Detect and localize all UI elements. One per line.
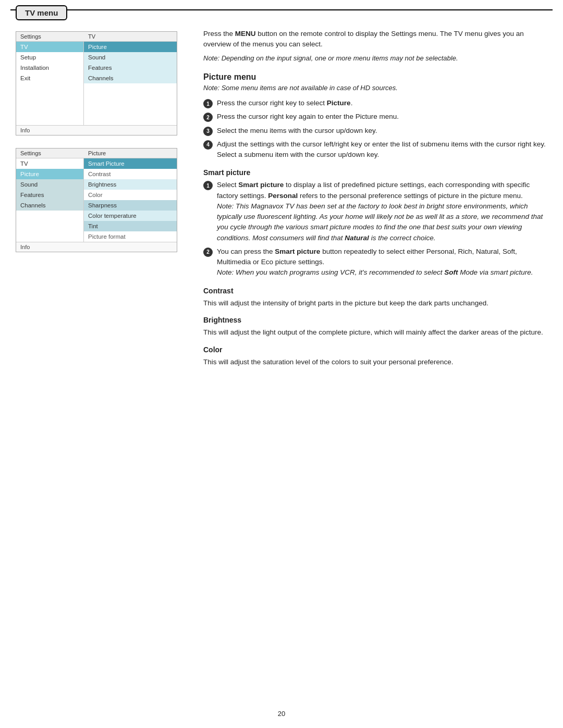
- menu1-left-empty2: [16, 94, 83, 104]
- brightness-title: Brightness: [203, 316, 547, 324]
- smart-step-1: 1 Select Smart picture to display a list…: [203, 180, 547, 243]
- menu1-header-col1: Settings: [20, 33, 88, 40]
- menu2-right-brightness: Brightness: [84, 179, 177, 190]
- step3-text: Select the menu items with the cursor up…: [217, 126, 377, 136]
- smart-picture-steps: 1 Select Smart picture to display a list…: [203, 180, 547, 278]
- menu1-left-installation: Installation: [16, 63, 83, 73]
- menu2-right-colortemp: Color temperature: [84, 211, 177, 221]
- left-column: Settings TV TV Setup Installation Exit P…: [16, 31, 182, 265]
- menu2-left-picture: Picture: [16, 169, 83, 179]
- smart-picture-title: Smart picture: [203, 168, 547, 177]
- step4-text: Adjust the settings with the cursor left…: [217, 139, 547, 161]
- menu2-right-color: Color: [84, 190, 177, 200]
- menu1-left-empty1: [16, 83, 83, 94]
- menu1-right-picture: Picture: [84, 42, 177, 52]
- color-title: Color: [203, 346, 547, 354]
- menu2-left-empty2: [16, 221, 83, 231]
- menu1-right-empty3: [84, 104, 177, 115]
- picture-menu-note: Note: Some menu items are not available …: [203, 84, 547, 92]
- menu2-left-tv: TV: [16, 158, 83, 169]
- step4-circle: 4: [203, 140, 213, 150]
- menu1-right-sound: Sound: [84, 52, 177, 63]
- smart-step1-circle: 1: [203, 181, 213, 190]
- step1-text: Press the cursor right key to select Pic…: [217, 98, 352, 108]
- menu1-left-exit: Exit: [16, 73, 83, 83]
- tv-menu-badge: TV menu: [16, 5, 67, 20]
- menu2-left-features: Features: [16, 190, 83, 200]
- contrast-title: Contrast: [203, 287, 547, 295]
- menu1-body: TV Setup Installation Exit Picture Sound…: [16, 42, 177, 125]
- picture-menu-steps: 1 Press the cursor right key to select P…: [203, 98, 547, 160]
- intro-paragraph: Press the MENU button on the remote cont…: [203, 29, 547, 50]
- menu2-left-sound: Sound: [16, 179, 83, 190]
- menu2-right-pictureformat: Picture format: [84, 231, 177, 242]
- picture-step-1: 1 Press the cursor right key to select P…: [203, 98, 547, 108]
- menu2-header: Settings Picture: [16, 149, 177, 158]
- color-text: This will adjust the saturation level of…: [203, 357, 547, 368]
- menu-screenshot-1: Settings TV TV Setup Installation Exit P…: [16, 31, 177, 135]
- page-number: 20: [278, 710, 285, 718]
- menu1-left-tv: TV: [16, 42, 83, 52]
- smart-step1-text: Select Smart picture to display a list o…: [217, 180, 547, 243]
- smart-step-2: 2 You can press the Smart picture button…: [203, 246, 547, 278]
- menu1-left-items: TV Setup Installation Exit: [16, 42, 84, 125]
- menu2-body: TV Picture Sound Features Channels Smart…: [16, 158, 177, 242]
- intro-note: Note: Depending on the input signal, one…: [203, 53, 547, 64]
- smart-step2-text: You can press the Smart picture button r…: [217, 246, 547, 278]
- menu1-right-channels: Channels: [84, 73, 177, 83]
- picture-step-3: 3 Select the menu items with the cursor …: [203, 126, 547, 136]
- top-border: [10, 9, 553, 10]
- menu2-left-empty1: [16, 211, 83, 221]
- menu2-left-channels: Channels: [16, 200, 83, 211]
- menu-bold: MENU: [235, 30, 256, 38]
- menu1-header-col2: TV: [88, 33, 95, 40]
- menu2-right-contrast: Contrast: [84, 169, 177, 179]
- menu1-header: Settings TV: [16, 32, 177, 42]
- right-column: Press the MENU button on the remote cont…: [203, 29, 547, 373]
- menu1-info: Info: [16, 125, 177, 135]
- menu2-header-col2: Picture: [88, 150, 106, 156]
- step2-circle: 2: [203, 113, 213, 122]
- menu2-right-tint: Tint: [84, 221, 177, 231]
- menu2-right-smartpicture: Smart Picture: [84, 158, 177, 169]
- picture-step-2: 2 Press the cursor right key again to en…: [203, 112, 547, 122]
- picture-menu-title: Picture menu: [203, 72, 547, 82]
- step3-circle: 3: [203, 127, 213, 136]
- menu2-header-col1: Settings: [20, 150, 88, 156]
- menu1-right-items: Picture Sound Features Channels: [84, 42, 177, 125]
- menu2-left-items: TV Picture Sound Features Channels: [16, 158, 84, 242]
- step1-circle: 1: [203, 99, 213, 108]
- step2-text: Press the cursor right key again to ente…: [217, 112, 399, 122]
- menu1-right-empty2: [84, 94, 177, 104]
- menu1-right-empty1: [84, 83, 177, 94]
- menu2-right-items: Smart Picture Contrast Brightness Color …: [84, 158, 177, 242]
- menu1-left-empty3: [16, 104, 83, 115]
- menu2-right-sharpness: Sharpness: [84, 200, 177, 211]
- menu1-right-features: Features: [84, 63, 177, 73]
- brightness-text: This will adjust the light output of the…: [203, 327, 547, 338]
- menu2-info: Info: [16, 242, 177, 252]
- menu-screenshot-2: Settings Picture TV Picture Sound Featur…: [16, 148, 177, 252]
- contrast-text: This will adjust the intensity of bright…: [203, 298, 547, 309]
- picture-step-4: 4 Adjust the settings with the cursor le…: [203, 139, 547, 161]
- smart-step2-circle: 2: [203, 248, 213, 257]
- menu1-left-setup: Setup: [16, 52, 83, 63]
